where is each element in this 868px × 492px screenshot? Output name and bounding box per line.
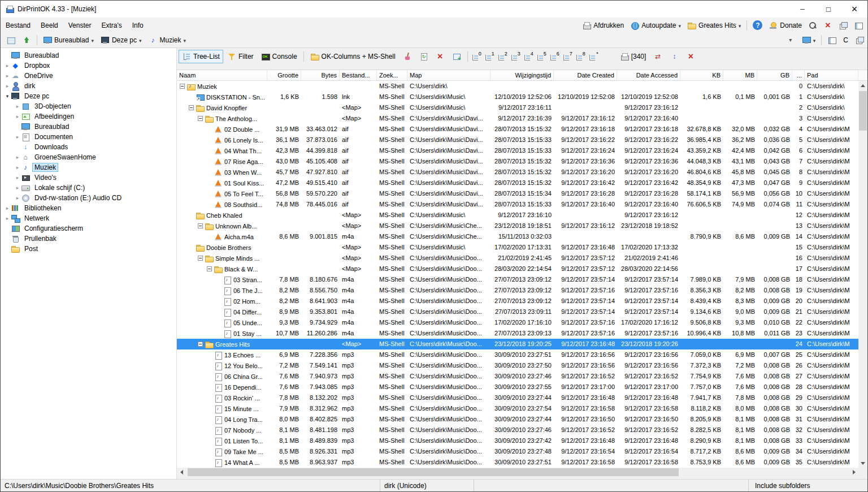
menu-info[interactable]: Info bbox=[127, 18, 149, 33]
table-row[interactable]: 05 Unde...9,3 MB9.734.929m4aMS-ShellC:\U… bbox=[177, 317, 858, 328]
expand-depth-0-button[interactable]: 0 bbox=[471, 50, 483, 63]
table-row[interactable]: 12 You Belo...7,2 MB7.549.141mp3MS-Shell… bbox=[177, 360, 858, 371]
chevron-right-icon[interactable] bbox=[14, 195, 21, 201]
overflow-chevron-button[interactable] bbox=[783, 33, 798, 47]
chevron-right-icon[interactable] bbox=[14, 114, 21, 119]
sidebar-item-documenten[interactable]: Documenten bbox=[1, 132, 176, 142]
table-row[interactable]: 01 Stay ...10,7 MB11.260.286m4aMS-ShellC… bbox=[177, 328, 858, 339]
expand-depth-2-button[interactable]: 2 bbox=[497, 50, 509, 63]
horizontal-scroll-track[interactable] bbox=[186, 468, 849, 477]
table-row[interactable]: Black & W...<Map>MS-ShellC:\Users\dirk\M… bbox=[177, 264, 858, 274]
c-drive-button[interactable]: C bbox=[840, 33, 852, 47]
column-header-ext[interactable]: Bestand... bbox=[340, 70, 377, 80]
sidebar-item-bibliotheken[interactable]: Bibliotheken bbox=[1, 203, 176, 213]
table-row[interactable]: 09 Take Me ...8,5 MB8.926.331mp3MS-Shell… bbox=[177, 446, 858, 457]
sidebar-item-post[interactable]: Post bbox=[1, 244, 176, 254]
collapse-box-icon[interactable] bbox=[189, 105, 194, 110]
chevron-right-icon[interactable] bbox=[4, 73, 11, 79]
table-row[interactable]: David Knopfler<Map>MS-ShellC:\Users\dirk… bbox=[177, 102, 858, 113]
vertical-scroll-thumb[interactable] bbox=[859, 91, 867, 131]
scroll-left-button[interactable] bbox=[177, 468, 186, 477]
console-button[interactable]: Console bbox=[258, 50, 301, 63]
print-button[interactable]: Afdrukken bbox=[579, 19, 627, 32]
table-row[interactable]: MuziekMS-ShellC:\Users\dirk\0C:\Users\di… bbox=[177, 81, 858, 92]
collapse-box-icon[interactable] bbox=[198, 342, 203, 347]
donate-button[interactable]: Donate bbox=[766, 19, 805, 32]
table-row[interactable]: Simple Minds ...<Map>MS-ShellC:\Users\di… bbox=[177, 253, 858, 264]
scroll-right-button[interactable] bbox=[849, 468, 858, 477]
menu-beeld[interactable]: Beeld bbox=[36, 18, 63, 33]
expand-depth-3-button[interactable]: 3 bbox=[510, 50, 522, 63]
autoupdate-dropdown[interactable]: Autoupdate bbox=[627, 19, 684, 32]
location-thispc-dropdown[interactable]: Deze pc bbox=[97, 33, 145, 47]
sidebar-item-dropbox[interactable]: ◆Dropbox bbox=[1, 61, 176, 71]
table-row[interactable]: Unknown Alb...<Map>MS-ShellC:\Users\dirk… bbox=[177, 221, 858, 231]
clear-filter-button[interactable] bbox=[683, 50, 698, 63]
sidebar-item-3d-objecten[interactable]: 3D-objecten bbox=[1, 101, 176, 111]
sidebar-item-bureaublad[interactable]: Bureaublad bbox=[1, 50, 176, 61]
panel-layout-button[interactable] bbox=[851, 19, 866, 32]
favorite-folder-dropdown[interactable]: Greates Hits bbox=[684, 19, 744, 32]
chevron-right-icon[interactable] bbox=[14, 175, 21, 180]
table-row[interactable]: Cheb Khaled<Map>MS-ShellC:\Users\dirk\Mu… bbox=[177, 210, 858, 221]
column-header-cr[interactable]: Date Created bbox=[554, 70, 617, 80]
table-row[interactable]: 04 Differ...8,9 MB9.353.801m4aMS-ShellC:… bbox=[177, 307, 858, 317]
refresh-list-button[interactable] bbox=[416, 50, 432, 63]
chevron-right-icon[interactable] bbox=[4, 215, 11, 221]
chevron-right-icon[interactable] bbox=[4, 63, 11, 68]
table-row[interactable]: 15 Minute ...7,9 MB8.312.962mp3MS-ShellC… bbox=[177, 403, 858, 414]
chevron-right-icon[interactable] bbox=[14, 185, 21, 191]
horizontal-scroll-thumb[interactable] bbox=[188, 468, 679, 476]
menu-extra-s[interactable]: Extra's bbox=[96, 18, 127, 33]
table-row[interactable]: 01 Soul Kiss...47,2 MB49.515.410aifMS-Sh… bbox=[177, 178, 858, 188]
item-counter[interactable]: [340] bbox=[617, 50, 650, 63]
collapse-box-icon[interactable] bbox=[198, 256, 203, 261]
title-bar[interactable]: DirPrintOK 4.33 - [Muziek] bbox=[1, 1, 867, 18]
table-row[interactable]: 02 Double ...31,9 MB33.463.012aifMS-Shel… bbox=[177, 124, 858, 135]
column-header-kb[interactable]: KB bbox=[680, 70, 723, 80]
column-header-gb[interactable]: GB bbox=[757, 70, 792, 80]
expand-depth-all-button[interactable]: * bbox=[588, 50, 600, 63]
table-row[interactable]: 02 Hom...8,2 MB8.641.903m4aMS-ShellC:\Us… bbox=[177, 296, 858, 307]
column-header-zoek[interactable]: Zoek... bbox=[377, 70, 407, 80]
new-window-button[interactable] bbox=[449, 50, 465, 63]
chevron-right-icon[interactable] bbox=[14, 103, 21, 109]
export-table-button[interactable] bbox=[3, 33, 19, 47]
table-row[interactable]: 01 Listen To...8,1 MB8.489.839mp3MS-Shel… bbox=[177, 435, 858, 446]
sidebar-item-bureaublad[interactable]: Bureaublad bbox=[1, 122, 176, 132]
vertical-scrollbar[interactable] bbox=[858, 70, 867, 468]
table-row[interactable]: 07 Nobody ...8,1 MB8.481.198mp3MS-ShellC… bbox=[177, 425, 858, 435]
sidebar-item-dvd-rw-station-e-audio-cd[interactable]: Dvd-rw-station (E:) Audio CD bbox=[1, 193, 176, 203]
table-row[interactable]: 14 What A ...8,5 MB8.963.937mp3MS-ShellC… bbox=[177, 457, 858, 468]
column-header-ac[interactable]: Date Accessed bbox=[617, 70, 680, 80]
sidebar-item-configuratiescherm[interactable]: Configuratiescherm bbox=[1, 223, 176, 234]
chevron-down-icon[interactable] bbox=[4, 93, 11, 99]
table-row[interactable]: 08 Southsid...74,8 MB78.445.016aifMS-She… bbox=[177, 199, 858, 210]
collapse-box-icon[interactable] bbox=[207, 266, 212, 271]
tree-list-toggle[interactable]: Tree-List bbox=[179, 50, 223, 63]
column-header-name[interactable]: Naam bbox=[177, 70, 267, 80]
table-row[interactable]: Greates Hits<Map>MS-ShellC:\Users\dirk\M… bbox=[177, 339, 858, 349]
expand-depth-8-button[interactable]: 8 bbox=[575, 50, 587, 63]
parent-folder-button[interactable] bbox=[19, 33, 34, 47]
table-row[interactable]: 03 Rockin' ...7,8 MB8.132.202mp3MS-Shell… bbox=[177, 392, 858, 403]
stop-scan-button[interactable] bbox=[432, 50, 448, 63]
column-header-mb[interactable]: MB bbox=[723, 70, 757, 80]
column-header-size[interactable]: Grootte bbox=[267, 70, 301, 80]
expand-depth-1-button[interactable]: 1 bbox=[484, 50, 496, 63]
table-row[interactable]: 06 The J...8,2 MB8.556.750m4aMS-ShellC:\… bbox=[177, 285, 858, 296]
table-row[interactable]: Doobie Brothers<Map>MS-ShellC:\Users\dir… bbox=[177, 242, 858, 253]
table-row[interactable]: 04 What Th...42,3 MB44.399.818aifMS-Shel… bbox=[177, 145, 858, 156]
expand-depth-5-button[interactable]: 5 bbox=[536, 50, 548, 63]
table-row[interactable]: 03 When W...45,7 MB47.927.810aifMS-Shell… bbox=[177, 167, 858, 178]
window-copy-button[interactable] bbox=[852, 33, 867, 47]
location-music-dropdown[interactable]: ♪ Muziek bbox=[145, 33, 189, 47]
table-row[interactable]: 05 To Feel T...56,8 MB59.570.220aifMS-Sh… bbox=[177, 188, 858, 199]
collapse-box-icon[interactable] bbox=[198, 223, 203, 228]
vertical-scroll-track[interactable] bbox=[858, 90, 867, 459]
sidebar-item-onedrive[interactable]: ☁OneDrive bbox=[1, 71, 176, 81]
chevron-right-icon[interactable] bbox=[14, 165, 21, 170]
scroll-up-button[interactable] bbox=[858, 81, 867, 90]
chevron-right-icon[interactable] bbox=[14, 154, 21, 160]
search-button[interactable] bbox=[805, 19, 820, 32]
